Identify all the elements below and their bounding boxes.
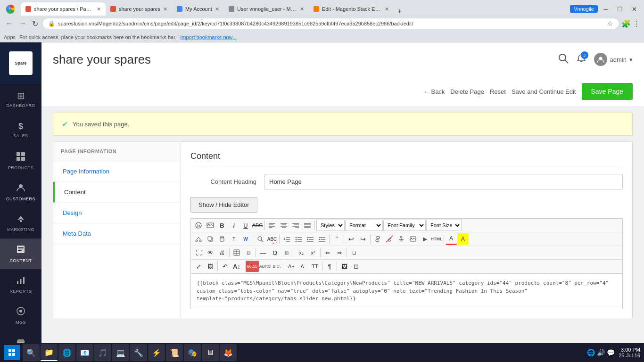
sidebar-item-marketing[interactable]: MARKETING xyxy=(0,207,41,239)
toolbar-btn-italic[interactable]: I xyxy=(228,220,239,231)
admin-menu-button[interactable]: admin ▾ xyxy=(594,53,633,66)
reload-button[interactable]: ↻ xyxy=(30,18,40,29)
taskbar-mail-icon[interactable]: 📧 xyxy=(76,344,93,361)
styles-select[interactable]: Styles xyxy=(316,220,345,231)
taskbar-network-icon[interactable]: 🌐 xyxy=(587,349,595,356)
panel-item-design[interactable]: Design xyxy=(53,203,181,223)
toolbar-btn-media2[interactable]: 🖼 xyxy=(205,261,216,272)
toolbar-btn-insert-image[interactable] xyxy=(407,233,419,245)
new-tab-button[interactable]: + xyxy=(394,7,405,16)
taskbar-browser-icon[interactable]: 🌐 xyxy=(58,344,75,361)
toolbar-btn-bold[interactable]: B xyxy=(216,220,228,231)
taskbar-app3-icon[interactable]: ⚡ xyxy=(148,344,165,361)
address-bar[interactable]: 🔒 sparesfusion.vns/Magento2/suadmin/cms/… xyxy=(42,18,619,29)
taskbar-notification-icon[interactable]: 💬 xyxy=(607,349,615,356)
taskbar-app6-icon[interactable]: 🖥 xyxy=(202,344,219,361)
import-bookmarks-link[interactable]: Import bookmarks now... xyxy=(180,34,237,40)
toolbar-btn-html[interactable]: HTML xyxy=(431,233,442,245)
panel-item-page-information[interactable]: Page Information xyxy=(53,161,181,182)
tab4-close[interactable]: ✕ xyxy=(300,6,304,12)
taskbar-app1-icon[interactable]: 💻 xyxy=(112,344,129,361)
toolbar-btn-decrease-font[interactable]: A- xyxy=(297,261,309,272)
toolbar-btn-cols2[interactable]: ABRS xyxy=(259,261,271,272)
toolbar-btn-special1[interactable]: fx xyxy=(193,220,204,231)
toolbar-btn-ul[interactable] xyxy=(293,233,304,245)
show-hide-editor-button[interactable]: Show / Hide Editor xyxy=(190,197,257,213)
editor-body[interactable]: {{block class="MGS\Mpanel\Block\Products… xyxy=(190,274,623,309)
toolbar-btn-insertimage2[interactable]: 🖼 xyxy=(339,261,350,272)
content-heading-input[interactable] xyxy=(264,174,623,189)
sidebar-item-dashboard[interactable]: ⊞ DASHBOARD xyxy=(0,83,41,115)
toolbar-btn-indent[interactable] xyxy=(316,233,328,245)
toolbar-btn-ltr[interactable]: ⇐ xyxy=(322,247,333,258)
toolbar-btn-justify[interactable] xyxy=(302,220,313,231)
tab-4[interactable]: User vnnogile_user - Ma... ✕ xyxy=(224,2,309,16)
toolbar-btn-fullscreen[interactable]: ⛶ xyxy=(193,247,204,258)
toolbar-btn-undo[interactable]: ↩ xyxy=(346,233,357,245)
toolbar-btn-preview[interactable]: 👁 xyxy=(205,247,216,258)
toolbar-btn-paste[interactable] xyxy=(216,233,228,245)
toolbar-btn-copy[interactable] xyxy=(205,233,216,245)
toolbar-btn-link[interactable] xyxy=(372,233,383,245)
extensions-button[interactable]: 🧩 xyxy=(621,19,631,28)
toolbar-btn-hr[interactable]: — xyxy=(257,247,269,258)
toolbar-btn-align-right[interactable] xyxy=(290,220,301,231)
toolbar-btn-textformat1[interactable]: ↶ xyxy=(219,261,231,272)
toolbar-btn-embed[interactable]: ▶ xyxy=(419,233,430,245)
settings-button[interactable]: ⋮ xyxy=(633,19,640,28)
toolbar-btn-spellcheck[interactable]: ABC xyxy=(266,233,278,245)
sidebar-item-customers[interactable]: CUSTOMERS xyxy=(0,176,41,207)
toolbar-btn-text-effects[interactable]: TT xyxy=(309,261,321,272)
format-select[interactable]: Format xyxy=(345,220,383,231)
tab3-close[interactable]: ✕ xyxy=(215,6,219,12)
toolbar-btn-superscript[interactable]: x² xyxy=(307,247,319,258)
toolbar-btn-anchor[interactable] xyxy=(396,233,407,245)
toolbar-btn-image[interactable] xyxy=(205,220,216,231)
toolbar-btn-paste-text[interactable]: T xyxy=(228,233,239,245)
toolbar-btn-underline[interactable]: U xyxy=(240,220,251,231)
close-button[interactable]: ✕ xyxy=(628,5,640,13)
toolbar-btn-outdent[interactable] xyxy=(305,233,316,245)
toolbar-btn-find[interactable] xyxy=(255,233,266,245)
taskbar-app7-icon[interactable]: 🦊 xyxy=(220,344,237,361)
bookmark-star-icon[interactable]: ☆ xyxy=(607,20,613,27)
toolbar-btn-subscript[interactable]: x₂ xyxy=(296,247,307,258)
toolbar-btn-highlight[interactable]: A xyxy=(457,233,469,245)
notifications-button[interactable]: 3 xyxy=(576,53,586,66)
forward-nav-button[interactable]: → xyxy=(17,18,28,29)
sidebar-item-products[interactable]: PRODUCTS xyxy=(0,146,41,177)
toolbar-btn-pagebreak[interactable]: ⊞ xyxy=(281,247,292,258)
toolbar-btn-unlink[interactable] xyxy=(384,233,395,245)
back-button[interactable]: ← Back xyxy=(423,88,445,95)
taskbar-app5-icon[interactable]: 🎭 xyxy=(184,344,201,361)
toolbar-btn-table[interactable] xyxy=(231,247,242,258)
taskbar-app4-icon[interactable]: 📜 xyxy=(166,344,183,361)
toolbar-btn-ol[interactable]: 1. xyxy=(281,233,292,245)
taskbar-app2-icon[interactable]: 🔧 xyxy=(130,344,147,361)
toolbar-btn-widget[interactable]: ⊡ xyxy=(350,261,362,272)
taskbar-volume-icon[interactable]: 🔊 xyxy=(597,349,605,356)
tab-3[interactable]: My Account ✕ xyxy=(172,2,224,16)
tab-5[interactable]: Edit - Magento Stack Exch... ✕ xyxy=(309,2,394,16)
panel-item-meta-data[interactable]: Meta Data xyxy=(53,223,181,244)
sidebar-item-content[interactable]: CONTENT xyxy=(0,239,41,270)
toolbar-btn-strikethrough[interactable]: ABC xyxy=(252,220,263,231)
toolbar-btn-special-char[interactable]: Ω xyxy=(269,247,281,258)
toolbar-btn-rtextdir[interactable]: ¶ xyxy=(324,261,335,272)
save-continue-button[interactable]: Save and Continue Edit xyxy=(512,88,576,95)
toolbar-btn-print[interactable]: 🖨 xyxy=(216,247,228,258)
toolbar-btn-textalign[interactable]: A↕ xyxy=(231,261,242,272)
panel-item-content[interactable]: Content xyxy=(53,182,181,203)
tab-2[interactable]: share your spares ✕ xyxy=(106,2,172,16)
tab1-close[interactable]: ✕ xyxy=(97,6,101,12)
toolbar-btn-align-center[interactable] xyxy=(278,220,289,231)
toolbar-btn-align-left[interactable] xyxy=(266,220,278,231)
toolbar-btn-resize[interactable]: ⤢ xyxy=(193,261,204,272)
maximize-button[interactable]: ☐ xyxy=(614,5,626,13)
toolbar-btn-font-color[interactable]: A xyxy=(446,233,457,245)
profile-button[interactable]: Vnnogile xyxy=(570,5,598,13)
minimize-button[interactable]: ─ xyxy=(600,5,612,13)
toolbar-btn-blockquote[interactable]: " xyxy=(331,233,342,245)
delete-page-button[interactable]: Delete Page xyxy=(450,88,484,95)
save-page-button[interactable]: Save Page xyxy=(582,83,633,100)
